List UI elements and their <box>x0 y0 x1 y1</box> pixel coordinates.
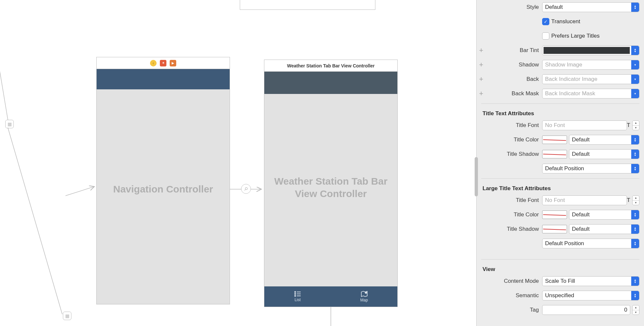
row-large-color: Title Color Default ▲▼ <box>477 208 644 222</box>
chevron-updown-icon: ▲▼ <box>631 210 639 219</box>
colorwell-title-color[interactable] <box>542 136 567 144</box>
label-bar-tint: Bar Tint <box>486 47 542 54</box>
select-title-shadow[interactable]: Default ▲▼ <box>569 149 639 159</box>
chevron-updown-icon: ▲▼ <box>631 291 639 300</box>
row-tag: Tag 0 ▲▼ <box>477 303 644 317</box>
chevron-updown-icon: ▲▼ <box>631 3 639 12</box>
tab-item-map[interactable]: Map <box>331 286 397 307</box>
select-title-color[interactable]: Default ▲▼ <box>569 135 639 145</box>
inspector-scrollbar[interactable] <box>475 157 478 196</box>
select-back-mask[interactable]: Back Indicator Mask ▼ <box>542 89 639 99</box>
label-title-font: Title Font <box>486 122 542 129</box>
nav-controller-label: Navigation Controller <box>97 184 230 195</box>
tab-item-map-label: Map <box>360 298 368 302</box>
label-large-font: Title Font <box>486 197 542 204</box>
select-style[interactable]: Default ▲▼ <box>542 2 639 12</box>
label-prefers-large: Prefers Large Titles <box>551 33 599 39</box>
select-large-shadow[interactable]: Default ▲▼ <box>569 224 639 234</box>
tab-item-list[interactable]: List <box>264 286 331 307</box>
checkbox-prefers-large[interactable] <box>542 32 549 40</box>
storyboard-canvas[interactable]: ▦ ▦ ‹ ✶ ▶ Navigation Controller <box>0 0 476 326</box>
label-back-image: Back <box>486 76 542 82</box>
select-back-image[interactable]: Back Indicator Image ▼ <box>542 74 639 84</box>
row-large-shadow: Title Shadow Default ▲▼ <box>477 222 644 236</box>
colorwell-bar-tint[interactable]: ▲▼ <box>542 45 639 55</box>
stepper-title-font[interactable]: ▲▼ <box>632 120 639 130</box>
chevron-updown-icon: ▲▼ <box>631 225 639 234</box>
scene-header-tab[interactable]: Weather Station Tab Bar View Controller <box>264 60 398 71</box>
input-title-font[interactable]: No Font <box>542 120 627 130</box>
select-large-color[interactable]: Default ▲▼ <box>569 210 639 220</box>
input-large-font-placeholder: No Font <box>545 197 565 204</box>
section-large-title-attrs: Large Title Text Attributes <box>477 181 644 193</box>
chevron-updown-icon: ▲▼ <box>631 135 639 144</box>
select-large-shadow-position[interactable]: Default Position ▲▼ <box>542 239 639 248</box>
add-back-mask[interactable]: + <box>477 89 486 98</box>
row-style: Style Default ▲▼ <box>477 0 644 14</box>
input-large-font[interactable]: No Font <box>542 195 627 205</box>
checkbox-translucent[interactable]: ✓ <box>542 18 549 25</box>
label-semantic: Semantic <box>486 292 542 299</box>
chevron-updown-icon: ▲▼ <box>631 46 639 55</box>
section-title-attrs: Title Text Attributes <box>477 106 644 118</box>
scene-header-tab-title: Weather Station Tab Bar View Controller <box>287 63 375 68</box>
select-title-shadow-position[interactable]: Default Position ▲▼ <box>542 164 639 173</box>
label-back-mask: Back Mask <box>486 90 542 97</box>
font-picker-icon[interactable]: T <box>627 197 630 204</box>
label-tag: Tag <box>486 307 542 313</box>
root-segue-icon[interactable]: ⚲ <box>241 184 251 194</box>
select-title-shadow-pos-value: Default Position <box>545 165 584 172</box>
svg-line-1 <box>66 187 94 196</box>
entry-arrow <box>66 173 98 200</box>
partial-scene-top[interactable] <box>240 0 375 10</box>
select-large-shadow-pos-value: Default Position <box>545 240 584 247</box>
label-title-shadow: Title Shadow <box>486 151 542 157</box>
add-shadow-image[interactable]: + <box>477 61 486 69</box>
list-icon <box>294 291 301 297</box>
stepper-large-font[interactable]: ▲▼ <box>632 195 639 205</box>
scene-header-nav[interactable]: ‹ ✶ ▶ <box>96 57 230 69</box>
input-tag[interactable]: 0 <box>542 305 630 315</box>
select-shadow-image[interactable]: Shadow Image ▼ <box>542 60 639 70</box>
select-content-mode[interactable]: Scale To Fill ▲▼ <box>542 276 639 286</box>
row-bar-tint: + Bar Tint ▲▼ <box>477 43 644 58</box>
label-title-color: Title Color <box>486 136 542 143</box>
label-style: Style <box>486 4 542 10</box>
chevron-down-icon: ▼ <box>631 89 639 98</box>
chevron-updown-icon: ▲▼ <box>631 150 639 159</box>
label-large-color: Title Color <box>486 211 542 218</box>
add-back-image[interactable]: + <box>477 75 486 83</box>
chevron-updown-icon: ▲▼ <box>631 239 639 248</box>
select-shadow-placeholder: Shadow Image <box>545 62 582 68</box>
font-picker-icon[interactable]: T <box>627 122 630 129</box>
colorwell-large-color[interactable] <box>542 210 567 219</box>
attributes-inspector: Style Default ▲▼ ✓ Translucent Prefers L… <box>476 0 644 326</box>
row-title-color: Title Color Default ▲▼ <box>477 133 644 147</box>
nav-controller-scene[interactable]: Navigation Controller <box>96 69 230 304</box>
add-bar-tint[interactable]: + <box>477 46 486 55</box>
divider <box>481 259 639 260</box>
colorwell-title-shadow[interactable] <box>542 150 567 158</box>
select-semantic[interactable]: Unspecified ▲▼ <box>542 291 639 300</box>
row-translucent: ✓ Translucent <box>477 14 644 29</box>
row-content-mode: Content Mode Scale To Fill ▲▼ <box>477 274 644 288</box>
select-large-shadow-value: Default <box>572 226 590 232</box>
row-back-mask: + Back Mask Back Indicator Mask ▼ <box>477 86 644 101</box>
stepper-tag[interactable]: ▲▼ <box>632 305 639 315</box>
first-responder-icon: ▶ <box>170 60 176 66</box>
chevron-down-icon: ▼ <box>631 75 639 84</box>
back-icon: ‹ <box>150 60 157 66</box>
exit-icon: ✶ <box>160 60 166 66</box>
tab-controller-scene[interactable]: Weather Station Tab Bar View Controller … <box>264 71 398 307</box>
colorwell-large-shadow[interactable] <box>542 225 567 233</box>
tab-bar[interactable]: List Map <box>264 286 397 307</box>
svg-point-4 <box>294 294 295 295</box>
row-title-font: Title Font No Font T ▲▼ <box>477 118 644 133</box>
chevron-updown-icon: ▲▼ <box>631 164 639 173</box>
row-semantic: Semantic Unspecified ▲▼ <box>477 288 644 303</box>
input-tag-value: 0 <box>624 307 627 313</box>
select-content-mode-value: Scale To Fill <box>545 278 575 284</box>
divider <box>481 103 639 104</box>
tab-scene-navbar[interactable] <box>264 72 397 94</box>
nav-bar-preview[interactable] <box>97 69 230 89</box>
